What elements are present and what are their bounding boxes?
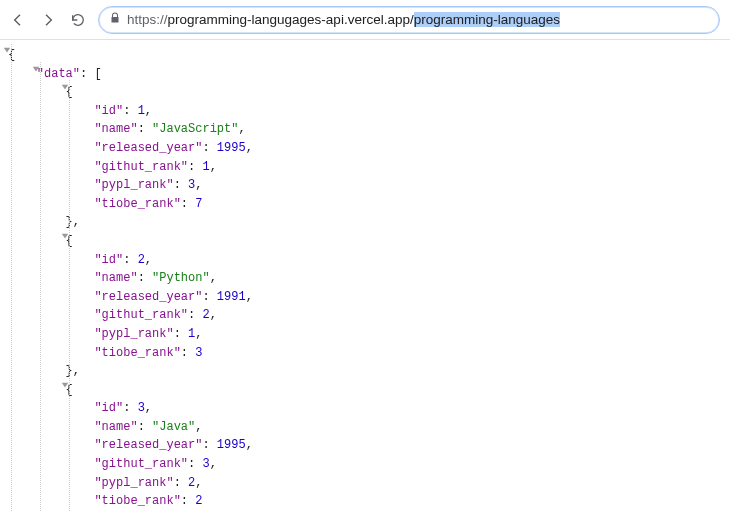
svg-marker-0	[4, 48, 10, 53]
json-field: "tiobe_rank": 7	[8, 195, 730, 214]
json-field: "id": 2,	[8, 251, 730, 270]
json-field: "id": 3,	[8, 399, 730, 418]
browser-toolbar: https://programming-langugages-api.verce…	[0, 0, 730, 40]
json-root-brace: {	[8, 46, 730, 65]
json-field: "released_year": 1995,	[8, 139, 730, 158]
back-button[interactable]	[8, 10, 28, 30]
json-field: "pypl_rank": 1,	[8, 325, 730, 344]
json-field: "githut_rank": 3,	[8, 455, 730, 474]
json-field: "pypl_rank": 2,	[8, 474, 730, 493]
json-field: "name": "JavaScript",	[8, 120, 730, 139]
json-field: "githut_rank": 1,	[8, 158, 730, 177]
url-text: https://programming-langugages-api.verce…	[127, 12, 709, 27]
address-bar[interactable]: https://programming-langugages-api.verce…	[98, 6, 720, 34]
json-field: "tiobe_rank": 2	[8, 492, 730, 511]
svg-marker-4	[61, 382, 67, 387]
lock-icon	[109, 12, 121, 27]
svg-marker-3	[61, 234, 67, 239]
json-object-close: },	[8, 213, 730, 232]
json-field: "tiobe_rank": 3	[8, 344, 730, 363]
json-field: "githut_rank": 2,	[8, 306, 730, 325]
json-field: "name": "Python",	[8, 269, 730, 288]
json-field: "released_year": 1995,	[8, 436, 730, 455]
json-object-open: {	[8, 232, 730, 251]
svg-marker-1	[33, 66, 39, 71]
svg-marker-2	[61, 85, 67, 90]
indent-guide	[11, 44, 12, 511]
json-object-open: {	[8, 381, 730, 400]
reload-button[interactable]	[68, 10, 88, 30]
json-viewer: { "data": [ { "id": 1, "name": "JavaScri…	[0, 40, 730, 511]
forward-button[interactable]	[38, 10, 58, 30]
json-field: "name": "Java",	[8, 418, 730, 437]
json-field: "released_year": 1991,	[8, 288, 730, 307]
json-field: "pypl_rank": 3,	[8, 176, 730, 195]
json-object-open: {	[8, 83, 730, 102]
json-object-close: },	[8, 362, 730, 381]
json-field: "id": 1,	[8, 102, 730, 121]
json-data-key: "data": [	[8, 65, 730, 84]
indent-guide	[40, 62, 41, 511]
indent-guide	[69, 80, 70, 511]
